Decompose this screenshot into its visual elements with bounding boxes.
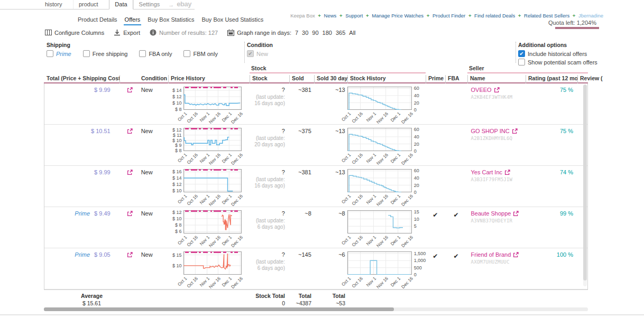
column-header-stock[interactable]: Stock [250,75,289,83]
nav-link-related-best-sellers[interactable]: Related Best Sellers [524,13,569,18]
vertical-scrollbar[interactable] [583,85,587,286]
stock-value: ? [250,128,285,134]
stock-total-label: Stock Total [250,293,285,299]
footer-sold-total: Total ~4387 [289,293,314,306]
checkbox-icon[interactable] [139,50,146,57]
checkbox-fbm-only[interactable]: FBM only [183,50,217,57]
range-option-7[interactable]: 7 [295,30,298,36]
range-option-180[interactable]: 180 [323,30,332,36]
checkbox-icon[interactable] [83,50,90,57]
column-header-sold[interactable]: Sold [289,75,314,83]
column-header-prime[interactable]: Prime [426,75,445,83]
column-header-condition[interactable]: Condition [140,75,168,83]
seller-name-link[interactable]: Yes Cart Inc [471,169,503,175]
external-link-icon[interactable] [127,252,133,258]
seller-name-link[interactable]: Beaute Shoppe [471,210,511,217]
column-header-fba[interactable]: FBA [445,75,467,83]
prime-badge: Prime [75,251,90,258]
seller-id: A2B1ZKDHMYBL6Q [471,136,526,141]
checkbox-icon[interactable] [183,50,190,57]
range-option-365[interactable]: 365 [336,30,345,36]
range-option-all[interactable]: All [349,30,355,36]
seller-cell: Friend of BrandAXOM7UHUZMUUC [467,248,526,289]
nav-keepa-box: Keepa Box [290,13,315,18]
nav-link-product-finder[interactable]: Product Finder [433,13,465,18]
price-link-cell [120,207,140,248]
fba-checkmark: ✔ [445,248,467,289]
tab-data[interactable]: Data [109,0,133,10]
show-potential-scam-offers-label: Show potential scam offers [528,59,597,66]
nav-link-find-related-deals[interactable]: Find related Deals [474,13,515,18]
tab-ebay[interactable]: → ebay [165,0,195,9]
seller-name-link[interactable]: OVEEO [471,87,492,93]
external-link-icon[interactable] [127,170,133,175]
seller-external-link-icon[interactable] [513,252,519,258]
seller-id: AXOM7UHUZMUUC [471,259,526,265]
nav-link-support[interactable]: Support [345,13,363,18]
include-historical-offers-label: Include historical offers [528,51,587,57]
tab-settings[interactable]: Settings [133,0,165,9]
nav-separator-icon: + [467,13,473,18]
subtab-product-details[interactable]: Product Details [77,15,118,25]
stock-cell: ?(last update:20 days ago) [250,125,289,165]
nav-separator-icon: + [316,13,323,18]
checkbox-icon[interactable] [47,50,53,57]
seller-external-link-icon[interactable] [512,128,518,134]
checkbox-prime[interactable]: Prime [47,50,71,57]
nav-user[interactable]: Jbernadine [578,13,603,18]
stock-value: ? [250,169,285,175]
graph-range-control: Graph range in days: 7 30 90 180 365 All [227,29,355,36]
subtab-offers[interactable]: Offers [124,15,142,25]
price-value[interactable]: $ 9.05 [94,251,111,258]
average-value: $ 15.61 [44,300,140,306]
subtab-buy-box-used-statistics[interactable]: Buy Box Used Statistics [200,15,264,25]
column-header-price-history[interactable]: Price History [168,75,250,83]
seller-external-link-icon[interactable] [513,211,519,217]
price-cell: Prime$ 9.05 [44,248,120,289]
price-value[interactable]: $ 9.49 [94,210,111,217]
column-header-sold-30-days[interactable]: Sold 30 days ↓↑ [314,75,347,83]
checkbox-icon[interactable]: ✔ [518,50,525,57]
range-option-90[interactable]: 90 [312,30,318,36]
results-count: Number of results: 127 [150,29,218,36]
stock-cell: ?(last update:16 days ago) [250,166,289,207]
stock-history-cell: 6040200Oct 1Oct 16Nov 1Nov 16Dec 1Dec 16 [347,125,426,165]
horizontal-scrollbar[interactable] [44,307,588,311]
price-value[interactable]: $ 10.51 [91,128,111,134]
column-header-name[interactable]: Name [467,75,526,83]
checkbox-free-shipping[interactable]: Free shipping [83,50,128,57]
keepa-data-screen: Price history Track product Data Setting… [0,0,644,318]
sold-30-total-value: ~53 [314,300,345,306]
export-button[interactable]: Export [114,29,140,36]
seller-name-link[interactable]: Friend of Brand [471,251,511,258]
stock-history-chart: 1,5001,0005000Oct 1Oct 16Nov 1Nov 16Dec … [347,251,426,287]
tab-track-product[interactable]: Track product [73,0,109,9]
external-link-icon[interactable] [127,128,133,134]
sold-30-days-label: Sold 30 days [317,75,347,81]
seller-name-link[interactable]: GO SHOP INC [471,128,510,134]
seller-external-link-icon[interactable] [494,87,500,93]
vertical-scrollbar-thumb[interactable] [583,85,587,280]
horizontal-scrollbar-thumb[interactable] [44,307,394,311]
range-option-30[interactable]: 30 [302,30,308,36]
configure-columns-button[interactable]: Configure Columns [45,29,104,36]
nav-link-news[interactable]: News [324,13,337,18]
external-link-icon[interactable] [127,211,133,217]
additional-options-filter: Additional options ✔Include historical o… [518,42,597,67]
checkbox-fba-only[interactable]: FBA only [139,50,172,57]
price-value[interactable]: $ 9.99 [94,87,111,93]
toolbar: Configure Columns Export Number of resul… [45,29,362,36]
subtab-buy-box-statistics[interactable]: Buy Box Statistics [146,15,195,25]
seller-external-link-icon[interactable] [504,170,510,175]
column-header-review[interactable]: Review ( [577,75,588,83]
column-header-rating[interactable]: Rating (past 12 month) [526,75,577,83]
nav-link-manage-price-watches[interactable]: Manage Price Watches [372,13,424,18]
checkbox-include-historical-offers[interactable]: ✔Include historical offers [518,50,597,57]
condition-value: New [140,207,169,248]
column-header-total[interactable]: Total (Price + Shipping Costs) [44,75,119,83]
external-link-icon[interactable] [127,87,133,93]
offers-table: Stock Seller Total (Price + Shipping Cos… [44,65,588,311]
tab-price-history[interactable]: Price history [40,0,73,9]
column-header-stock-history[interactable]: Stock History [347,75,426,83]
price-value[interactable]: $ 9.99 [94,169,111,175]
